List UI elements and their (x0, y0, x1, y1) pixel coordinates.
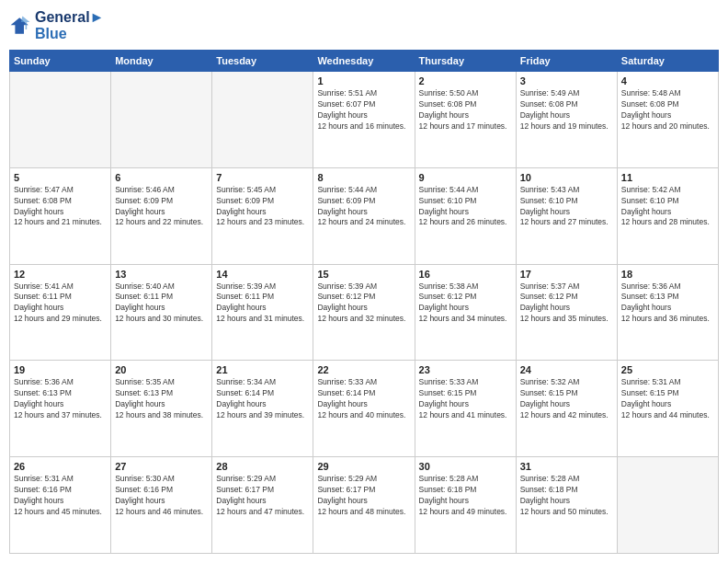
calendar-cell: 2Sunrise: 5:50 AMSunset: 6:08 PMDaylight… (415, 72, 516, 168)
calendar-cell: 30Sunrise: 5:28 AMSunset: 6:18 PMDayligh… (415, 457, 516, 554)
page: General► Blue SundayMondayTuesdayWednesd… (0, 0, 728, 563)
calendar-cell: 27Sunrise: 5:30 AMSunset: 6:16 PMDayligh… (111, 457, 212, 554)
day-info: Sunrise: 5:39 AMSunset: 6:11 PMDaylight … (216, 282, 309, 326)
day-info: Sunrise: 5:44 AMSunset: 6:10 PMDaylight … (419, 185, 512, 229)
day-number: 27 (115, 461, 208, 472)
day-number: 13 (115, 269, 208, 280)
calendar-cell: 18Sunrise: 5:36 AMSunset: 6:13 PMDayligh… (617, 264, 718, 361)
weekday-header-friday: Friday (516, 51, 617, 72)
day-number: 2 (419, 75, 512, 86)
calendar-cell: 9Sunrise: 5:44 AMSunset: 6:10 PMDaylight… (415, 167, 516, 264)
day-info: Sunrise: 5:47 AMSunset: 6:08 PMDaylight … (14, 185, 107, 229)
day-info: Sunrise: 5:32 AMSunset: 6:15 PMDaylight … (520, 377, 613, 421)
day-number: 18 (621, 269, 714, 280)
calendar-cell: 13Sunrise: 5:40 AMSunset: 6:11 PMDayligh… (111, 264, 212, 361)
calendar-cell: 22Sunrise: 5:33 AMSunset: 6:14 PMDayligh… (313, 361, 415, 457)
day-info: Sunrise: 5:34 AMSunset: 6:14 PMDaylight … (216, 377, 309, 421)
day-number: 26 (14, 461, 107, 472)
calendar-cell: 31Sunrise: 5:28 AMSunset: 6:18 PMDayligh… (516, 457, 617, 554)
day-info: Sunrise: 5:50 AMSunset: 6:08 PMDaylight … (419, 88, 512, 132)
calendar-table: SundayMondayTuesdayWednesdayThursdayFrid… (9, 50, 719, 554)
calendar-cell: 21Sunrise: 5:34 AMSunset: 6:14 PMDayligh… (212, 361, 313, 457)
calendar-header-row: SundayMondayTuesdayWednesdayThursdayFrid… (10, 51, 719, 72)
calendar-cell (212, 72, 313, 168)
calendar-cell (617, 457, 718, 554)
day-number: 20 (115, 364, 208, 375)
day-info: Sunrise: 5:44 AMSunset: 6:09 PMDaylight … (317, 185, 410, 229)
logo-icon (9, 15, 31, 37)
day-number: 25 (621, 364, 714, 375)
day-info: Sunrise: 5:51 AMSunset: 6:07 PMDaylight … (317, 88, 410, 132)
weekday-header-monday: Monday (111, 51, 212, 72)
calendar-cell: 26Sunrise: 5:31 AMSunset: 6:16 PMDayligh… (10, 457, 111, 554)
day-info: Sunrise: 5:46 AMSunset: 6:09 PMDaylight … (115, 185, 208, 229)
day-info: Sunrise: 5:45 AMSunset: 6:09 PMDaylight … (216, 185, 309, 229)
day-info: Sunrise: 5:28 AMSunset: 6:18 PMDaylight … (419, 474, 512, 518)
calendar-cell: 14Sunrise: 5:39 AMSunset: 6:11 PMDayligh… (212, 264, 313, 361)
day-info: Sunrise: 5:33 AMSunset: 6:15 PMDaylight … (419, 377, 512, 421)
calendar-cell: 20Sunrise: 5:35 AMSunset: 6:13 PMDayligh… (111, 361, 212, 457)
day-info: Sunrise: 5:49 AMSunset: 6:08 PMDaylight … (520, 88, 613, 132)
day-info: Sunrise: 5:36 AMSunset: 6:13 PMDaylight … (621, 282, 714, 326)
day-number: 30 (419, 461, 512, 472)
calendar-cell: 5Sunrise: 5:47 AMSunset: 6:08 PMDaylight… (10, 167, 111, 264)
day-info: Sunrise: 5:41 AMSunset: 6:11 PMDaylight … (14, 282, 107, 326)
calendar-cell (10, 72, 111, 168)
calendar-cell (111, 72, 212, 168)
calendar-cell: 12Sunrise: 5:41 AMSunset: 6:11 PMDayligh… (10, 264, 111, 361)
day-number: 24 (520, 364, 613, 375)
calendar-cell: 25Sunrise: 5:31 AMSunset: 6:15 PMDayligh… (617, 361, 718, 457)
calendar-cell: 19Sunrise: 5:36 AMSunset: 6:13 PMDayligh… (10, 361, 111, 457)
logo-text: General► Blue (35, 9, 104, 42)
calendar-cell: 7Sunrise: 5:45 AMSunset: 6:09 PMDaylight… (212, 167, 313, 264)
calendar-cell: 29Sunrise: 5:29 AMSunset: 6:17 PMDayligh… (313, 457, 415, 554)
calendar-cell: 4Sunrise: 5:48 AMSunset: 6:08 PMDaylight… (617, 72, 718, 168)
day-number: 9 (419, 172, 512, 183)
calendar-cell: 23Sunrise: 5:33 AMSunset: 6:15 PMDayligh… (415, 361, 516, 457)
weekday-header-sunday: Sunday (10, 51, 111, 72)
day-number: 7 (216, 172, 309, 183)
day-number: 6 (115, 172, 208, 183)
weekday-header-wednesday: Wednesday (313, 51, 415, 72)
day-number: 4 (621, 75, 714, 86)
day-info: Sunrise: 5:37 AMSunset: 6:12 PMDaylight … (520, 282, 613, 326)
day-info: Sunrise: 5:48 AMSunset: 6:08 PMDaylight … (621, 88, 714, 132)
day-number: 17 (520, 269, 613, 280)
logo: General► Blue (9, 9, 104, 42)
day-info: Sunrise: 5:29 AMSunset: 6:17 PMDaylight … (216, 474, 309, 518)
day-number: 10 (520, 172, 613, 183)
calendar-cell: 10Sunrise: 5:43 AMSunset: 6:10 PMDayligh… (516, 167, 617, 264)
day-number: 11 (621, 172, 714, 183)
day-info: Sunrise: 5:43 AMSunset: 6:10 PMDaylight … (520, 185, 613, 229)
weekday-header-thursday: Thursday (415, 51, 516, 72)
day-number: 23 (419, 364, 512, 375)
day-number: 28 (216, 461, 309, 472)
day-number: 8 (317, 172, 410, 183)
calendar-week-row: 19Sunrise: 5:36 AMSunset: 6:13 PMDayligh… (10, 361, 719, 457)
day-number: 14 (216, 269, 309, 280)
day-info: Sunrise: 5:36 AMSunset: 6:13 PMDaylight … (14, 377, 107, 421)
day-number: 31 (520, 461, 613, 472)
day-info: Sunrise: 5:42 AMSunset: 6:10 PMDaylight … (621, 185, 714, 229)
day-number: 19 (14, 364, 107, 375)
calendar-week-row: 12Sunrise: 5:41 AMSunset: 6:11 PMDayligh… (10, 264, 719, 361)
day-info: Sunrise: 5:40 AMSunset: 6:11 PMDaylight … (115, 282, 208, 326)
calendar-cell: 24Sunrise: 5:32 AMSunset: 6:15 PMDayligh… (516, 361, 617, 457)
day-number: 12 (14, 269, 107, 280)
day-info: Sunrise: 5:35 AMSunset: 6:13 PMDaylight … (115, 377, 208, 421)
calendar-cell: 16Sunrise: 5:38 AMSunset: 6:12 PMDayligh… (415, 264, 516, 361)
day-info: Sunrise: 5:30 AMSunset: 6:16 PMDaylight … (115, 474, 208, 518)
day-info: Sunrise: 5:31 AMSunset: 6:16 PMDaylight … (14, 474, 107, 518)
day-number: 22 (317, 364, 410, 375)
calendar-cell: 3Sunrise: 5:49 AMSunset: 6:08 PMDaylight… (516, 72, 617, 168)
day-number: 16 (419, 269, 512, 280)
calendar-cell: 1Sunrise: 5:51 AMSunset: 6:07 PMDaylight… (313, 72, 415, 168)
weekday-header-saturday: Saturday (617, 51, 718, 72)
day-info: Sunrise: 5:28 AMSunset: 6:18 PMDaylight … (520, 474, 613, 518)
day-number: 5 (14, 172, 107, 183)
calendar-week-row: 5Sunrise: 5:47 AMSunset: 6:08 PMDaylight… (10, 167, 719, 264)
calendar-cell: 15Sunrise: 5:39 AMSunset: 6:12 PMDayligh… (313, 264, 415, 361)
day-number: 21 (216, 364, 309, 375)
calendar-cell: 11Sunrise: 5:42 AMSunset: 6:10 PMDayligh… (617, 167, 718, 264)
calendar-cell: 28Sunrise: 5:29 AMSunset: 6:17 PMDayligh… (212, 457, 313, 554)
